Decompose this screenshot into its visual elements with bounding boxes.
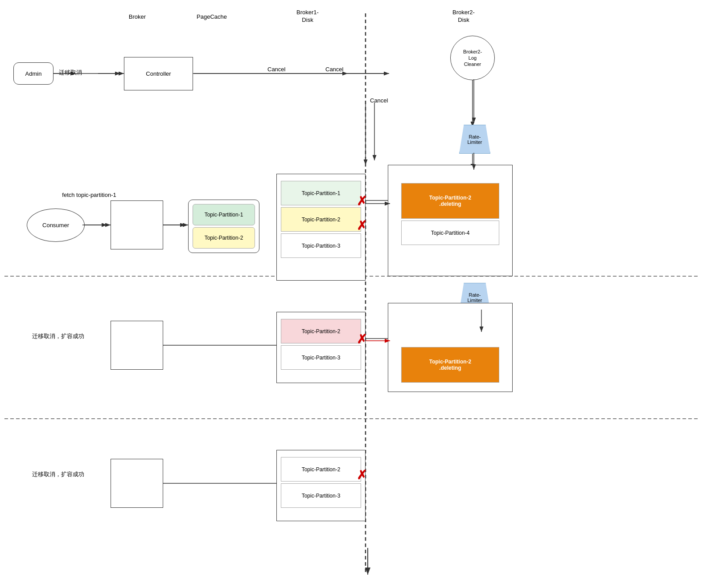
broker-box-s1 <box>111 200 163 249</box>
consumer-ellipse: Consumer <box>27 208 85 242</box>
controller-cancel-arrow <box>193 70 394 77</box>
broker2-tp4: Topic-Partition-4 <box>401 220 499 245</box>
disk-tp1: Topic-Partition-1 <box>281 181 361 205</box>
broker-box-s3 <box>111 459 163 508</box>
x-mark-s1b: ✗ <box>357 218 367 233</box>
consumer-broker-arrow <box>82 222 111 229</box>
s2-broker2-tp2-deleting: Topic-Partition-2.deleting <box>401 347 499 383</box>
pagecache-box-s1: Topic-Partition-1 Topic-Partition-2 <box>188 200 259 253</box>
migrate-success-2-label: 迁移取消，扩容成功 <box>13 470 103 479</box>
pagecache-header-label: PageCache <box>185 13 238 20</box>
admin-controller-arrow <box>53 70 125 77</box>
broker2-tp2-deleting: Topic-Partition-2.deleting <box>401 183 499 219</box>
x-mark-s3: ✗ <box>357 468 367 482</box>
pagecache-tp2: Topic-Partition-2 <box>193 227 255 249</box>
broker2-log-cleaner-circle: Broker2-LogCleaner <box>450 36 495 80</box>
broker-pagecache-arrow <box>163 222 190 229</box>
broker2-box-s1: Topic-Partition-2.deleting Topic-Partiti… <box>388 165 513 276</box>
rate-limiter-1: Rate-Limiter <box>459 125 490 154</box>
broker1disk-box-s1: Topic-Partition-1 Topic-Partition-2 Topi… <box>276 174 366 281</box>
ratelimiter1-tp2del-arrow <box>469 153 478 173</box>
broker1disk-box-s3: Topic-Partition-2 Topic-Partition-3 <box>276 450 366 521</box>
fetch-label: fetch topic-partition-1 <box>45 192 134 198</box>
s1-disk-to-broker2-arrow <box>366 200 395 207</box>
disk-tp3: Topic-Partition-3 <box>281 233 361 258</box>
admin-label: Admin <box>25 70 42 77</box>
broker2-box-s2: Topic-Partition-2.deleting <box>388 303 513 392</box>
pagecache-tp1: Topic-Partition-1 <box>193 204 255 225</box>
broker1disk-box-s2: Topic-Partition-2 Topic-Partition-3 <box>276 312 366 383</box>
disk-tp2: Topic-Partition-2 <box>281 207 361 232</box>
broker2-log-cleaner-label: Broker2-LogCleaner <box>463 49 482 68</box>
broker-header-label: Broker <box>111 13 164 20</box>
s3-disk-tp3: Topic-Partition-3 <box>281 483 361 508</box>
broker2disk-header-label: Broker2-Disk <box>437 9 490 24</box>
s3-disk-tp2: Topic-Partition-2 <box>281 457 361 482</box>
consumer-label: Consumer <box>42 222 69 229</box>
s2-disk-tp3: Topic-Partition-3 <box>281 345 361 370</box>
controller-label: Controller <box>146 70 171 77</box>
diagram-container: Broker PageCache Broker1-Disk Broker2-Di… <box>0 0 707 588</box>
broker-box-s2 <box>111 321 163 370</box>
cancel-down-arrow <box>366 102 383 169</box>
s2-disk-tp2: Topic-Partition-2 <box>281 319 361 343</box>
logcleaner-ratelimiter-arrow <box>469 79 478 127</box>
broker1disk-header-label: Broker1-Disk <box>285 9 330 24</box>
s2-cross-arrow <box>366 336 395 345</box>
rate-limiter2-arrow <box>473 310 490 336</box>
bottom-arrow <box>361 548 374 579</box>
admin-box: Admin <box>13 62 53 85</box>
controller-box: Controller <box>124 57 193 90</box>
migrate-success-1-label: 迁移取消，扩容成功 <box>13 332 103 341</box>
